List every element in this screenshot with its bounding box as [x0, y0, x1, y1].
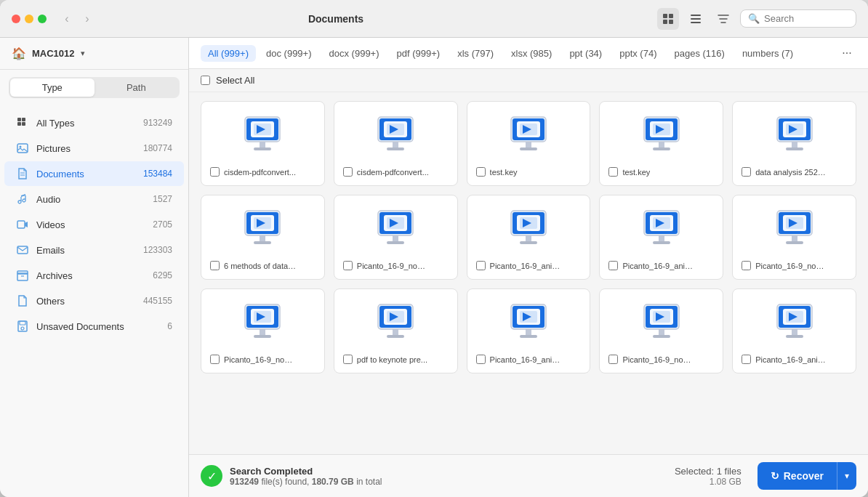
- file-card[interactable]: Picanto_16-9_anim...: [599, 195, 723, 280]
- svg-rect-57: [786, 148, 803, 150]
- svg-rect-2: [663, 20, 667, 24]
- sidebar-item-archives[interactable]: Archives 6295: [4, 263, 184, 288]
- file-checkbox[interactable]: [742, 167, 751, 177]
- file-card[interactable]: Picanto_16-9_no_a...: [201, 288, 325, 373]
- file-type-tab[interactable]: All (999+): [201, 45, 256, 62]
- file-checkbox[interactable]: [476, 167, 486, 177]
- file-card[interactable]: pdf to keynote pre...: [334, 288, 458, 373]
- sidebar-item-others[interactable]: Others 445155: [4, 288, 184, 313]
- sidebar-item-videos[interactable]: Videos 2705: [4, 212, 184, 237]
- file-name: Picanto_16-9_anim...: [490, 262, 563, 270]
- list-view-button[interactable]: [685, 8, 707, 30]
- file-checkbox[interactable]: [476, 355, 486, 364]
- file-card[interactable]: cisdem-pdfconvert...: [334, 101, 458, 186]
- svg-rect-85: [653, 241, 670, 244]
- sidebar-item-emails[interactable]: Emails 123303: [4, 238, 184, 262]
- file-checkbox-row: Picanto_16-9_anim...: [476, 261, 582, 270]
- filter-button[interactable]: [712, 8, 734, 30]
- sidebar-item-label: Others: [36, 296, 136, 307]
- sidebar-item-count: 123303: [143, 245, 172, 255]
- file-name: Picanto_16-9_no_a...: [755, 262, 828, 270]
- mac-name: MAC1012: [32, 48, 75, 59]
- search-box: 🔍: [740, 9, 856, 28]
- file-icon: [237, 204, 288, 255]
- file-card[interactable]: 6 methods of data ...: [201, 195, 325, 280]
- file-card[interactable]: test.key: [599, 101, 723, 186]
- sidebar-item-count: 445155: [143, 296, 172, 306]
- sidebar-items: All Types 913249 Pictures 180774 Documen…: [0, 105, 188, 344]
- path-tab[interactable]: Path: [95, 78, 179, 97]
- file-checkbox[interactable]: [343, 261, 353, 270]
- svg-point-22: [21, 327, 24, 330]
- file-checkbox-row: Picanto_16-9_anim...: [476, 355, 582, 364]
- file-checkbox[interactable]: [476, 261, 486, 270]
- file-type-tab[interactable]: numbers (7): [735, 45, 800, 62]
- sidebar-item-unsaved[interactable]: Unsaved Documents 6: [4, 314, 184, 339]
- app-window: ‹ › Documents: [0, 0, 868, 497]
- file-checkbox[interactable]: [210, 167, 220, 177]
- more-types-button[interactable]: ···: [837, 44, 856, 62]
- file-card[interactable]: Picanto_16-9_no_a...: [599, 288, 723, 373]
- file-checkbox[interactable]: [343, 355, 353, 364]
- file-type-tab[interactable]: xlsx (985): [504, 45, 559, 62]
- file-card[interactable]: Picanto_16-9_anim...: [732, 288, 856, 373]
- svg-rect-64: [254, 241, 271, 244]
- file-card[interactable]: data analysis 2525...: [732, 101, 856, 186]
- file-card[interactable]: Picanto_16-9_anim...: [467, 288, 591, 373]
- type-tab[interactable]: Type: [10, 78, 95, 97]
- svg-rect-42: [526, 142, 531, 148]
- svg-rect-112: [526, 329, 531, 335]
- file-type-tab[interactable]: xls (797): [450, 45, 501, 62]
- search-input[interactable]: [764, 13, 848, 24]
- svg-rect-9: [17, 122, 21, 126]
- file-icon: [636, 110, 687, 161]
- svg-rect-4: [691, 15, 701, 16]
- select-all-checkbox[interactable]: [201, 76, 210, 85]
- file-checkbox[interactable]: [608, 167, 618, 177]
- file-checkbox[interactable]: [742, 261, 751, 270]
- main-panel: All (999+)doc (999+)docx (999+)pdf (999+…: [189, 38, 868, 497]
- file-type-tab[interactable]: doc (999+): [259, 45, 319, 62]
- file-checkbox[interactable]: [608, 355, 618, 364]
- file-card[interactable]: Picanto_16-9_no_a...: [334, 195, 458, 280]
- file-checkbox[interactable]: [210, 355, 220, 364]
- file-card[interactable]: Picanto_16-9_anim...: [467, 195, 591, 280]
- file-type-tab[interactable]: pdf (999+): [390, 45, 448, 62]
- recover-dropdown-arrow[interactable]: ▾: [837, 462, 856, 490]
- sidebar-header: 🏠 MAC1012 ▾: [0, 38, 188, 70]
- close-button[interactable]: [12, 15, 20, 23]
- sidebar-item-audio[interactable]: Audio 1527: [4, 187, 184, 211]
- file-card[interactable]: Picanto_16-9_no_a...: [732, 195, 856, 280]
- recover-button[interactable]: ↻ Recover ▾: [758, 462, 856, 490]
- file-card[interactable]: cisdem-pdfconvert...: [201, 101, 325, 186]
- file-checkbox[interactable]: [210, 261, 220, 270]
- sidebar-item-pictures[interactable]: Pictures 180774: [4, 136, 184, 161]
- file-card[interactable]: test.key: [467, 101, 591, 186]
- file-type-tab[interactable]: ppt (34): [562, 45, 609, 62]
- svg-rect-56: [792, 142, 797, 148]
- file-icon: [370, 204, 421, 255]
- select-all-bar: Select All: [189, 69, 868, 92]
- file-type-tab[interactable]: pptx (74): [612, 45, 664, 62]
- svg-rect-3: [669, 20, 673, 24]
- file-checkbox[interactable]: [343, 167, 353, 177]
- videos-icon: [16, 218, 29, 231]
- svg-rect-63: [260, 235, 265, 241]
- sidebar-item-all-types[interactable]: All Types 913249: [4, 110, 184, 135]
- emails-icon: [16, 243, 29, 256]
- sidebar-item-label: Pictures: [36, 143, 136, 154]
- file-checkbox[interactable]: [742, 355, 751, 364]
- sidebar-item-documents[interactable]: Documents 153484: [4, 161, 184, 186]
- file-icon: [237, 110, 288, 161]
- grid-view-button[interactable]: [657, 8, 679, 30]
- file-name: Picanto_16-9_anim...: [622, 262, 695, 270]
- others-icon: [16, 294, 29, 307]
- file-type-tab[interactable]: docx (999+): [322, 45, 387, 62]
- svg-rect-113: [520, 335, 537, 338]
- file-icon: [370, 298, 421, 349]
- file-type-tab[interactable]: pages (116): [667, 45, 732, 62]
- search-icon: 🔍: [748, 13, 760, 24]
- file-checkbox[interactable]: [608, 261, 618, 270]
- svg-rect-7: [17, 118, 21, 121]
- file-name: Picanto_16-9_anim...: [755, 355, 828, 364]
